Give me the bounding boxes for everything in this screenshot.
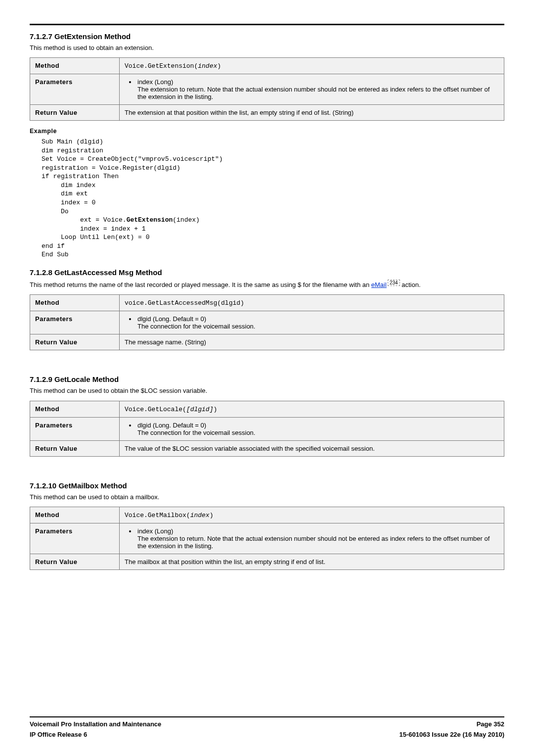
code-line: if registration Then [42,173,119,180]
table-row: Method Voice.GetExtension(index) [30,58,504,74]
row-value-return: The value of the $LOC session variable a… [120,440,504,456]
row-label-return: Return Value [30,554,120,569]
table-row: Parameters index (Long) The extension to… [30,523,504,554]
footer-left-bottom: IP Office Release 6 [30,731,87,738]
param-name: dlgid (Long. Default = 0) [137,315,206,323]
param-list: index (Long) The extension to return. No… [136,527,499,550]
row-label-method: Method [30,295,120,311]
code-line: dim index [42,182,95,189]
row-label-parameters: Parameters [30,74,120,105]
param-desc: The extension to return. Note that the a… [137,535,499,550]
table-row: Return Value The message name. (String) [30,334,504,350]
row-value-return: The extension at that position within th… [120,105,504,121]
code-suffix: ) [213,406,217,413]
row-value-parameters: dlgid (Long. Default = 0) The connection… [120,311,504,334]
code-line: Set Voice = CreateObject("vmprov5.voices… [42,155,223,163]
code-line: Do [42,208,69,215]
table-row: Method Voice.GetLocale([dlgid]) [30,401,504,417]
api-table-getextension: Method Voice.GetExtension(index) Paramet… [30,57,504,121]
table-row: Return Value The value of the $LOC sessi… [30,440,504,456]
spacer [30,357,504,368]
code-italic: index [190,512,210,519]
section-desc: This method can be used to obtain the $L… [30,386,504,395]
code-line: registration = Voice.Register(dlgid) [42,164,180,172]
row-value-parameters: index (Long) The extension to return. No… [120,74,504,105]
code-prefix: Voice.GetLocale( [125,406,186,413]
code-line: end if [42,242,65,250]
row-value-return: The mailbox at that position within the … [120,554,504,569]
code-line: Sub Main (dlgid) [42,138,103,145]
api-table-getmailbox: Method Voice.GetMailbox(index) Parameter… [30,507,504,570]
param-name: index (Long) [137,527,173,535]
param-list: dlgid (Long. Default = 0) The connection… [136,422,499,436]
desc-text: This method returns the name of the last… [30,281,371,288]
row-label-method: Method [30,58,120,74]
code-line: ext = Voice. [42,216,127,224]
page: 7.1.2.7 GetExtension Method This method … [0,0,534,756]
api-table-getlocale: Method Voice.GetLocale([dlgid]) Paramete… [30,401,504,457]
param-desc: The extension to return. Note that the a… [137,86,499,100]
param-list: dlgid (Long. Default = 0) The connection… [136,315,499,330]
code-line: dim registration [42,147,103,154]
section-title-getlastaccessed: 7.1.2.8 GetLastAccessed Msg Method [30,268,504,277]
code-prefix: Voice.GetExtension( [125,62,198,70]
param-item: index (Long) The extension to return. No… [136,527,499,550]
code-prefix: Voice.GetMailbox( [125,512,190,519]
param-item: dlgid (Long. Default = 0) The connection… [136,422,499,436]
row-label-method: Method [30,507,120,523]
code-suffix: ) [217,62,221,70]
code-line: (index) [173,216,200,224]
table-row: Return Value The mailbox at that positio… [30,554,504,569]
row-value-parameters: dlgid (Long. Default = 0) The connection… [120,417,504,440]
code-line: dim ext [42,190,88,197]
row-label-return: Return Value [30,334,120,350]
row-label-return: Return Value [30,105,120,121]
param-list: index (Long) The extension to return. No… [136,78,499,100]
row-label-return: Return Value [30,440,120,456]
row-value-method: Voice.GetLocale([dlgid]) [120,401,504,417]
row-value-method: Voice.GetMailbox(index) [120,507,504,523]
page-ref-box: 234 [388,280,400,286]
spacer [30,464,504,474]
table-row: Parameters index (Long) The extension to… [30,74,504,105]
table-row: Parameters dlgid (Long. Default = 0) The… [30,417,504,440]
code-example: Sub Main (dlgid) dim registration Set Vo… [42,138,504,259]
row-label-parameters: Parameters [30,311,120,334]
method-code: voice.GetLastAccessedMsg(dlgid) [125,299,244,307]
row-label-parameters: Parameters [30,417,120,440]
footer-row-2: IP Office Release 6 15-601063 Issue 22e … [30,731,504,738]
row-value-return: The message name. (String) [120,334,504,350]
row-label-parameters: Parameters [30,523,120,554]
table-row: Method Voice.GetMailbox(index) [30,507,504,523]
code-line: index = index + 1 [42,225,146,233]
section-desc: This method returns the name of the last… [30,280,504,290]
row-label-method: Method [30,401,120,417]
section-title-getextension: 7.1.2.7 GetExtension Method [30,32,504,41]
method-code: Voice.GetLocale([dlgid]) [125,406,217,413]
footer-right-top: Page 352 [477,720,504,728]
row-value-method: Voice.GetExtension(index) [120,58,504,74]
param-item: index (Long) The extension to return. No… [136,78,499,100]
desc-text: action. [400,281,421,288]
page-footer: Voicemail Pro Installation and Maintenan… [30,716,504,738]
footer-row-1: Voicemail Pro Installation and Maintenan… [30,720,504,728]
email-link[interactable]: eMail [371,281,387,288]
section-desc: This method is used to obtain an extensi… [30,44,504,52]
param-desc: The connection for the voicemail session… [137,323,499,330]
top-rule [30,24,504,25]
code-italic: index [198,62,217,70]
row-value-method: voice.GetLastAccessedMsg(dlgid) [120,295,504,311]
section-desc: This method can be used to obtain a mail… [30,493,504,502]
param-item: dlgid (Long. Default = 0) The connection… [136,315,499,330]
footer-right-bottom: 15-601063 Issue 22e (16 May 2010) [400,731,505,738]
param-name: index (Long) [137,78,173,86]
footer-left-top: Voicemail Pro Installation and Maintenan… [30,720,161,728]
method-code: Voice.GetMailbox(index) [125,512,213,519]
example-label: Example [30,128,504,135]
code-line: index = 0 [42,199,95,206]
section-title-getmailbox: 7.1.2.10 GetMailbox Method [30,481,504,490]
param-name: dlgid (Long. Default = 0) [137,422,206,429]
code-line-bold: GetExtension [127,216,173,224]
code-line: Loop Until Len(ext) = 0 [42,234,149,241]
code-suffix: ) [210,512,214,519]
